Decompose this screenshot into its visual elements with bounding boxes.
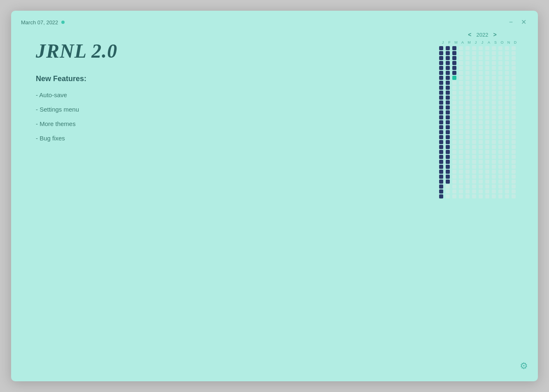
calendar-empty-dot[interactable] — [498, 105, 502, 110]
calendar-empty-dot[interactable] — [512, 105, 516, 110]
calendar-empty-dot[interactable] — [505, 170, 509, 174]
calendar-empty-dot[interactable] — [498, 194, 502, 198]
calendar-empty-dot[interactable] — [498, 184, 502, 189]
calendar-empty-dot[interactable] — [485, 100, 489, 105]
close-button[interactable]: ✕ — [519, 18, 528, 26]
calendar-empty-dot[interactable] — [485, 170, 489, 174]
calendar-empty-dot[interactable] — [479, 105, 483, 110]
calendar-empty-dot[interactable] — [492, 81, 496, 85]
calendar-empty-dot[interactable] — [492, 100, 496, 105]
calendar-empty-dot[interactable] — [505, 56, 509, 60]
calendar-empty-dot[interactable] — [472, 96, 476, 100]
calendar-empty-dot[interactable] — [459, 125, 463, 129]
calendar-filled-dot[interactable] — [439, 120, 443, 124]
calendar-filled-dot[interactable] — [439, 180, 443, 184]
calendar-empty-dot[interactable] — [485, 120, 489, 124]
calendar-empty-dot[interactable] — [465, 56, 470, 60]
calendar-filled-dot[interactable] — [452, 61, 456, 65]
calendar-filled-dot[interactable] — [446, 91, 450, 95]
calendar-empty-dot[interactable] — [512, 76, 516, 80]
calendar-empty-dot[interactable] — [459, 140, 463, 144]
calendar-filled-dot[interactable] — [439, 170, 443, 174]
calendar-empty-dot[interactable] — [472, 66, 476, 70]
calendar-empty-dot[interactable] — [452, 105, 456, 110]
calendar-empty-dot[interactable] — [498, 81, 502, 85]
next-year-button[interactable]: > — [493, 31, 496, 38]
calendar-empty-dot[interactable] — [485, 135, 489, 139]
calendar-empty-dot[interactable] — [505, 81, 509, 85]
calendar-filled-dot[interactable] — [446, 96, 450, 100]
calendar-empty-dot[interactable] — [479, 86, 483, 90]
calendar-empty-dot[interactable] — [452, 165, 456, 169]
calendar-empty-dot[interactable] — [498, 130, 502, 134]
calendar-empty-dot[interactable] — [479, 194, 483, 198]
calendar-filled-dot[interactable] — [446, 105, 450, 110]
calendar-empty-dot[interactable] — [472, 184, 476, 189]
calendar-empty-dot[interactable] — [472, 86, 476, 90]
calendar-empty-dot[interactable] — [485, 140, 489, 144]
calendar-empty-dot[interactable] — [479, 130, 483, 134]
calendar-empty-dot[interactable] — [485, 56, 489, 60]
calendar-empty-dot[interactable] — [472, 150, 476, 154]
calendar-empty-dot[interactable] — [485, 66, 489, 70]
calendar-empty-dot[interactable] — [472, 175, 476, 179]
calendar-filled-dot[interactable] — [439, 71, 443, 75]
calendar-empty-dot[interactable] — [505, 71, 509, 75]
calendar-empty-dot[interactable] — [452, 91, 456, 95]
calendar-empty-dot[interactable] — [498, 46, 502, 50]
calendar-empty-dot[interactable] — [452, 180, 456, 184]
calendar-empty-dot[interactable] — [492, 150, 496, 154]
calendar-empty-dot[interactable] — [452, 130, 456, 134]
calendar-empty-dot[interactable] — [512, 100, 516, 105]
calendar-empty-dot[interactable] — [472, 140, 476, 144]
calendar-filled-dot[interactable] — [439, 150, 443, 154]
calendar-empty-dot[interactable] — [472, 125, 476, 129]
calendar-empty-dot[interactable] — [472, 51, 476, 55]
calendar-empty-dot[interactable] — [459, 110, 463, 114]
calendar-filled-dot[interactable] — [439, 184, 443, 189]
calendar-empty-dot[interactable] — [485, 145, 489, 149]
calendar-empty-dot[interactable] — [498, 100, 502, 105]
calendar-filled-dot[interactable] — [439, 165, 443, 169]
calendar-empty-dot[interactable] — [505, 184, 509, 189]
calendar-filled-dot[interactable] — [446, 155, 450, 159]
calendar-empty-dot[interactable] — [512, 46, 516, 50]
calendar-empty-dot[interactable] — [479, 184, 483, 189]
calendar-empty-dot[interactable] — [492, 66, 496, 70]
calendar-empty-dot[interactable] — [505, 150, 509, 154]
calendar-empty-dot[interactable] — [492, 71, 496, 75]
calendar-empty-dot[interactable] — [479, 160, 483, 164]
calendar-filled-dot[interactable] — [439, 56, 443, 60]
calendar-empty-dot[interactable] — [459, 145, 463, 149]
calendar-empty-dot[interactable] — [459, 150, 463, 154]
calendar-filled-dot[interactable] — [452, 71, 456, 75]
calendar-empty-dot[interactable] — [479, 170, 483, 174]
calendar-empty-dot[interactable] — [459, 66, 463, 70]
calendar-empty-dot[interactable] — [498, 170, 502, 174]
calendar-empty-dot[interactable] — [512, 120, 516, 124]
calendar-empty-dot[interactable] — [465, 130, 470, 134]
calendar-empty-dot[interactable] — [479, 120, 483, 124]
calendar-empty-dot[interactable] — [512, 165, 516, 169]
calendar-empty-dot[interactable] — [465, 145, 470, 149]
calendar-filled-dot[interactable] — [439, 125, 443, 129]
calendar-empty-dot[interactable] — [492, 86, 496, 90]
calendar-empty-dot[interactable] — [498, 51, 502, 55]
calendar-filled-dot[interactable] — [439, 194, 443, 198]
calendar-empty-dot[interactable] — [498, 110, 502, 114]
calendar-empty-dot[interactable] — [485, 155, 489, 159]
calendar-filled-dot[interactable] — [439, 51, 443, 55]
calendar-empty-dot[interactable] — [465, 170, 470, 174]
calendar-empty-dot[interactable] — [465, 194, 470, 198]
calendar-empty-dot[interactable] — [485, 115, 489, 119]
calendar-empty-dot[interactable] — [485, 150, 489, 154]
calendar-empty-dot[interactable] — [472, 120, 476, 124]
calendar-empty-dot[interactable] — [479, 189, 483, 194]
calendar-empty-dot[interactable] — [505, 120, 509, 124]
minimize-button[interactable]: − — [507, 18, 514, 26]
calendar-filled-dot[interactable] — [446, 61, 450, 65]
calendar-empty-dot[interactable] — [452, 150, 456, 154]
calendar-empty-dot[interactable] — [512, 81, 516, 85]
calendar-filled-dot[interactable] — [446, 66, 450, 70]
calendar-empty-dot[interactable] — [485, 125, 489, 129]
